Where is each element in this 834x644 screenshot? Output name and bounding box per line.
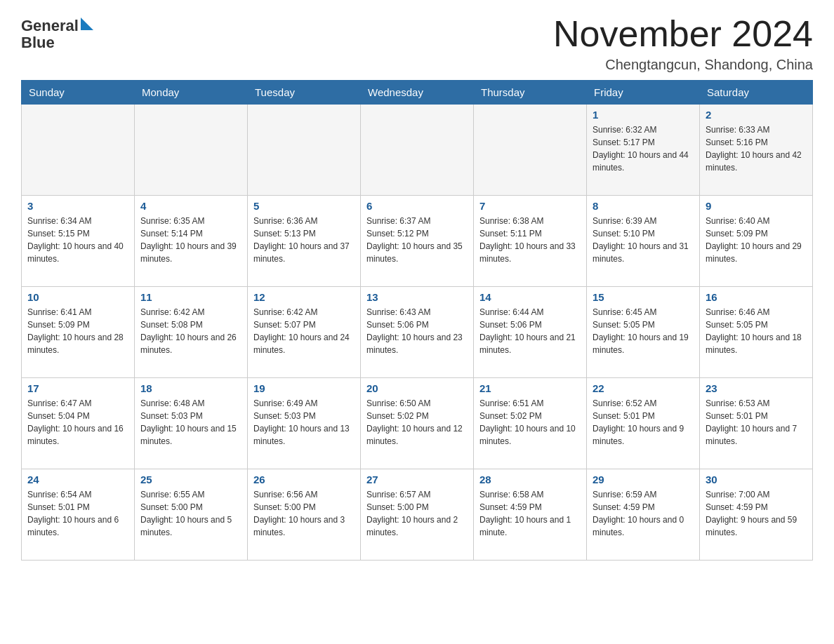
day-number: 27 xyxy=(366,474,468,485)
calendar-cell: 17Sunrise: 6:47 AMSunset: 5:04 PMDayligh… xyxy=(22,378,135,469)
calendar-cell xyxy=(22,105,135,196)
calendar-cell: 1Sunrise: 6:32 AMSunset: 5:17 PMDaylight… xyxy=(587,105,700,196)
svg-marker-0 xyxy=(81,18,93,30)
calendar-table: SundayMondayTuesdayWednesdayThursdayFrid… xyxy=(21,80,813,561)
calendar-cell: 23Sunrise: 6:53 AMSunset: 5:01 PMDayligh… xyxy=(700,378,813,469)
day-info: Sunrise: 6:41 AMSunset: 5:09 PMDaylight:… xyxy=(27,306,128,356)
day-info: Sunrise: 6:53 AMSunset: 5:01 PMDaylight:… xyxy=(706,397,807,448)
calendar-cell: 29Sunrise: 6:59 AMSunset: 4:59 PMDayligh… xyxy=(587,469,700,561)
day-info: Sunrise: 6:54 AMSunset: 5:01 PMDaylight:… xyxy=(27,488,128,539)
location: Chengtangcun, Shandong, China xyxy=(553,57,813,73)
day-number: 25 xyxy=(140,474,241,485)
calendar-cell: 3Sunrise: 6:34 AMSunset: 5:15 PMDaylight… xyxy=(22,196,135,287)
calendar-cell: 13Sunrise: 6:43 AMSunset: 5:06 PMDayligh… xyxy=(361,287,474,378)
calendar-cell: 9Sunrise: 6:40 AMSunset: 5:09 PMDaylight… xyxy=(700,196,813,287)
day-number: 26 xyxy=(253,474,355,485)
day-info: Sunrise: 6:46 AMSunset: 5:05 PMDaylight:… xyxy=(706,306,807,356)
calendar-cell: 26Sunrise: 6:56 AMSunset: 5:00 PMDayligh… xyxy=(248,469,361,561)
day-number: 14 xyxy=(479,291,581,303)
day-number: 4 xyxy=(140,200,241,212)
logo-text-general: General xyxy=(21,18,79,34)
calendar-cell: 10Sunrise: 6:41 AMSunset: 5:09 PMDayligh… xyxy=(22,287,135,378)
calendar-cell: 8Sunrise: 6:39 AMSunset: 5:10 PMDaylight… xyxy=(587,196,700,287)
week-row-4: 17Sunrise: 6:47 AMSunset: 5:04 PMDayligh… xyxy=(22,378,813,469)
day-number: 5 xyxy=(253,200,355,212)
day-info: Sunrise: 6:58 AMSunset: 4:59 PMDaylight:… xyxy=(479,488,581,539)
logo-text-blue: Blue xyxy=(21,34,93,51)
day-number: 1 xyxy=(593,109,694,121)
week-row-1: 1Sunrise: 6:32 AMSunset: 5:17 PMDaylight… xyxy=(22,105,813,196)
calendar-cell: 4Sunrise: 6:35 AMSunset: 5:14 PMDaylight… xyxy=(135,196,248,287)
week-row-5: 24Sunrise: 6:54 AMSunset: 5:01 PMDayligh… xyxy=(22,469,813,561)
calendar-cell: 12Sunrise: 6:42 AMSunset: 5:07 PMDayligh… xyxy=(248,287,361,378)
day-info: Sunrise: 6:40 AMSunset: 5:09 PMDaylight:… xyxy=(706,215,807,265)
calendar-cell: 16Sunrise: 6:46 AMSunset: 5:05 PMDayligh… xyxy=(700,287,813,378)
week-row-2: 3Sunrise: 6:34 AMSunset: 5:15 PMDaylight… xyxy=(22,196,813,287)
day-number: 9 xyxy=(706,200,807,212)
calendar-cell xyxy=(361,105,474,196)
day-info: Sunrise: 6:32 AMSunset: 5:17 PMDaylight:… xyxy=(593,123,694,174)
weekday-header-row: SundayMondayTuesdayWednesdayThursdayFrid… xyxy=(22,81,813,105)
day-info: Sunrise: 6:51 AMSunset: 5:02 PMDaylight:… xyxy=(479,397,581,448)
day-number: 18 xyxy=(140,382,241,394)
day-number: 11 xyxy=(140,291,241,303)
day-info: Sunrise: 6:34 AMSunset: 5:15 PMDaylight:… xyxy=(27,215,128,265)
day-info: Sunrise: 6:59 AMSunset: 4:59 PMDaylight:… xyxy=(593,488,694,539)
calendar-cell: 11Sunrise: 6:42 AMSunset: 5:08 PMDayligh… xyxy=(135,287,248,378)
calendar-cell: 5Sunrise: 6:36 AMSunset: 5:13 PMDaylight… xyxy=(248,196,361,287)
day-info: Sunrise: 6:42 AMSunset: 5:07 PMDaylight:… xyxy=(253,306,355,356)
day-number: 8 xyxy=(593,200,694,212)
logo: General Blue xyxy=(21,18,93,51)
calendar-cell: 6Sunrise: 6:37 AMSunset: 5:12 PMDaylight… xyxy=(361,196,474,287)
day-info: Sunrise: 6:49 AMSunset: 5:03 PMDaylight:… xyxy=(253,397,355,448)
day-number: 30 xyxy=(706,474,807,485)
calendar-cell xyxy=(248,105,361,196)
day-number: 19 xyxy=(253,382,355,394)
calendar-cell: 15Sunrise: 6:45 AMSunset: 5:05 PMDayligh… xyxy=(587,287,700,378)
day-number: 22 xyxy=(593,382,694,394)
day-info: Sunrise: 6:33 AMSunset: 5:16 PMDaylight:… xyxy=(706,123,807,174)
weekday-header-saturday: Saturday xyxy=(700,81,813,105)
calendar-cell xyxy=(474,105,587,196)
calendar-cell: 18Sunrise: 6:48 AMSunset: 5:03 PMDayligh… xyxy=(135,378,248,469)
day-info: Sunrise: 6:36 AMSunset: 5:13 PMDaylight:… xyxy=(253,215,355,265)
weekday-header-monday: Monday xyxy=(135,81,248,105)
day-info: Sunrise: 6:48 AMSunset: 5:03 PMDaylight:… xyxy=(140,397,241,448)
calendar-cell: 7Sunrise: 6:38 AMSunset: 5:11 PMDaylight… xyxy=(474,196,587,287)
day-number: 2 xyxy=(706,109,807,121)
day-info: Sunrise: 6:56 AMSunset: 5:00 PMDaylight:… xyxy=(253,488,355,539)
calendar-cell: 27Sunrise: 6:57 AMSunset: 5:00 PMDayligh… xyxy=(361,469,474,561)
calendar-cell: 25Sunrise: 6:55 AMSunset: 5:00 PMDayligh… xyxy=(135,469,248,561)
day-number: 16 xyxy=(706,291,807,303)
day-info: Sunrise: 6:35 AMSunset: 5:14 PMDaylight:… xyxy=(140,215,241,265)
day-number: 20 xyxy=(366,382,468,394)
day-info: Sunrise: 6:50 AMSunset: 5:02 PMDaylight:… xyxy=(366,397,468,448)
page-header: General Blue November 2024 Chengtangcun,… xyxy=(21,14,813,73)
calendar-cell xyxy=(135,105,248,196)
title-block: November 2024 Chengtangcun, Shandong, Ch… xyxy=(553,14,813,73)
day-info: Sunrise: 6:45 AMSunset: 5:05 PMDaylight:… xyxy=(593,306,694,356)
calendar-cell: 2Sunrise: 6:33 AMSunset: 5:16 PMDaylight… xyxy=(700,105,813,196)
day-number: 24 xyxy=(27,474,128,485)
weekday-header-sunday: Sunday xyxy=(22,81,135,105)
weekday-header-wednesday: Wednesday xyxy=(361,81,474,105)
weekday-header-tuesday: Tuesday xyxy=(248,81,361,105)
day-number: 6 xyxy=(366,200,468,212)
month-title: November 2024 xyxy=(553,14,813,54)
calendar-cell: 28Sunrise: 6:58 AMSunset: 4:59 PMDayligh… xyxy=(474,469,587,561)
day-info: Sunrise: 6:38 AMSunset: 5:11 PMDaylight:… xyxy=(479,215,581,265)
weekday-header-thursday: Thursday xyxy=(474,81,587,105)
day-number: 15 xyxy=(593,291,694,303)
day-info: Sunrise: 6:57 AMSunset: 5:00 PMDaylight:… xyxy=(366,488,468,539)
logo-block: General Blue xyxy=(21,18,93,51)
day-info: Sunrise: 6:52 AMSunset: 5:01 PMDaylight:… xyxy=(593,397,694,448)
day-number: 10 xyxy=(27,291,128,303)
day-number: 21 xyxy=(479,382,581,394)
calendar-cell: 21Sunrise: 6:51 AMSunset: 5:02 PMDayligh… xyxy=(474,378,587,469)
calendar-cell: 30Sunrise: 7:00 AMSunset: 4:59 PMDayligh… xyxy=(700,469,813,561)
day-info: Sunrise: 7:00 AMSunset: 4:59 PMDaylight:… xyxy=(706,488,807,539)
calendar-cell: 19Sunrise: 6:49 AMSunset: 5:03 PMDayligh… xyxy=(248,378,361,469)
logo-triangle-icon xyxy=(81,18,93,30)
day-number: 12 xyxy=(253,291,355,303)
day-number: 29 xyxy=(593,474,694,485)
